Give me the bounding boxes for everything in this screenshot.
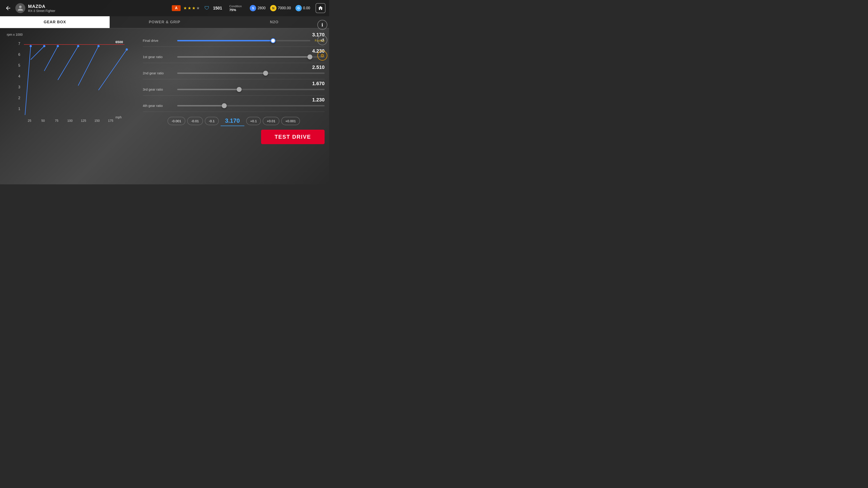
gear1-slider[interactable] [177,56,324,58]
adj-plus-0001[interactable]: +0.001 [281,117,300,125]
condition-block: Condition 75% [229,4,242,12]
gear4-group: 1.230 4th gear ratio [143,97,324,107]
svg-text:150: 150 [94,119,100,123]
car-model: RX-3 Street Fighter [28,9,55,13]
info-button[interactable]: ℹ [317,20,327,30]
settings-icon: ⚙ [320,53,324,58]
adjustment-row: -0.001 -0.01 -0.1 3.170 +0.1 +0.01 +0.00… [143,116,324,126]
svg-line-22 [98,50,127,90]
undo-icon: ↺ [320,37,324,43]
gear3-label: 3rd gear ratio [143,88,175,91]
stars: ★ ★ ★ ★ [183,6,200,11]
star-2: ★ [188,6,191,11]
currency-g-icon: G [296,5,302,11]
svg-text:mph: mph [116,116,122,119]
avatar [16,3,25,13]
tab-power[interactable]: POWER & GRIP [110,16,219,28]
gear2-value: 2.510 [143,64,324,70]
final-drive-slider[interactable] [177,40,310,41]
gear2-group: 2.510 2nd gear ratio [143,64,324,75]
home-button[interactable] [315,3,326,13]
currency-n-value: 7000.00 [278,6,291,10]
test-drive-wrap: TEST DRIVE [143,130,324,144]
undo-button[interactable]: ↺ [317,35,327,45]
gear4-label: 4th gear ratio [143,104,175,107]
svg-point-27 [97,45,100,47]
divider-2 [143,63,324,63]
shield-icon: 🛡 [204,5,209,11]
svg-text:2: 2 [18,96,20,100]
gear3-slider[interactable] [177,89,324,90]
adj-minus-01[interactable]: -0.1 [205,117,219,125]
currency-n: N 7000.00 [270,5,291,11]
grade-badge: A [172,5,181,11]
test-drive-button[interactable]: TEST DRIVE [261,130,324,144]
currency-s-value: 2800 [257,6,266,10]
svg-line-20 [58,46,78,80]
back-button[interactable] [4,4,13,13]
svg-text:6500: 6500 [116,40,123,44]
right-panel: 3.170 Final drive Factory 4.230 1st gear… [138,28,329,184]
svg-text:50: 50 [41,119,45,123]
currency-s-icon: S [250,5,256,11]
divider-5 [143,111,324,112]
svg-text:1: 1 [18,107,20,111]
gear3-row: 3rd gear ratio [143,88,324,91]
svg-text:175: 175 [108,119,114,123]
star-1: ★ [183,6,187,11]
car-info: MAZDA RX-3 Street Fighter [28,4,55,13]
rpm-label: rpm x 1000 [7,33,134,36]
adj-plus-001[interactable]: +0.01 [263,117,279,125]
svg-point-23 [30,45,32,47]
svg-text:125: 125 [81,119,86,123]
svg-text:7: 7 [18,42,20,46]
tab-gearbox[interactable]: GEAR BOX [0,16,110,28]
tabs: GEAR BOX POWER & GRIP N2O [0,16,329,28]
tab-n2o[interactable]: N2O [219,16,329,28]
adj-current-value: 3.170 [221,116,244,126]
svg-point-25 [57,45,59,47]
svg-point-28 [126,48,128,51]
star-3: ★ [192,6,195,11]
condition-value: 75% [229,8,236,12]
gear1-row: 1st gear ratio [143,55,324,59]
svg-line-19 [44,46,58,71]
adj-minus-0001[interactable]: -0.001 [167,117,185,125]
svg-line-17 [25,46,31,115]
gear4-row: 4th gear ratio [143,104,324,107]
currency-g: G 0.00 [296,5,310,11]
gear2-label: 2nd gear ratio [143,71,175,75]
gear4-slider[interactable] [177,105,324,106]
gear3-group: 1.670 3rd gear ratio [143,80,324,91]
chart-panel: rpm x 1000 7 6 5 4 3 2 1 6500 25 50 75 1… [0,28,138,184]
main-content: rpm x 1000 7 6 5 4 3 2 1 6500 25 50 75 1… [0,28,329,184]
info-icon: ℹ [321,22,323,28]
currency-s: S 2800 [250,5,266,11]
gear2-slider[interactable] [177,72,324,74]
side-icons: ℹ ↺ ⚙ [315,16,329,64]
svg-text:5: 5 [18,64,20,67]
final-drive-row: Final drive Factory [143,39,324,42]
svg-text:100: 100 [67,119,73,123]
divider-4 [143,95,324,96]
gear4-value: 1.230 [143,97,324,103]
svg-text:6: 6 [18,53,20,57]
svg-text:25: 25 [28,119,31,123]
car-make: MAZDA [28,4,55,9]
gear1-value: 4.230 [143,48,324,54]
svg-text:3: 3 [18,85,20,89]
settings-button[interactable]: ⚙ [317,51,327,61]
adj-minus-001[interactable]: -0.01 [187,117,203,125]
adj-plus-01[interactable]: +0.1 [246,117,261,125]
gear1-group: 4.230 1st gear ratio [143,48,324,59]
final-drive-group: 3.170 Final drive Factory [143,32,324,42]
currency-n-icon: N [270,5,276,11]
svg-point-24 [43,45,45,47]
currency-group: S 2800 N 7000.00 G 0.00 [250,5,310,11]
condition-label: Condition [229,4,242,8]
gear1-label: 1st gear ratio [143,55,175,59]
svg-text:4: 4 [18,74,20,78]
header: MAZDA RX-3 Street Fighter A ★ ★ ★ ★ 🛡 15… [0,0,329,16]
star-4: ★ [196,6,200,11]
chart-area: 7 6 5 4 3 2 1 6500 25 50 75 100 125 150 … [7,38,134,124]
